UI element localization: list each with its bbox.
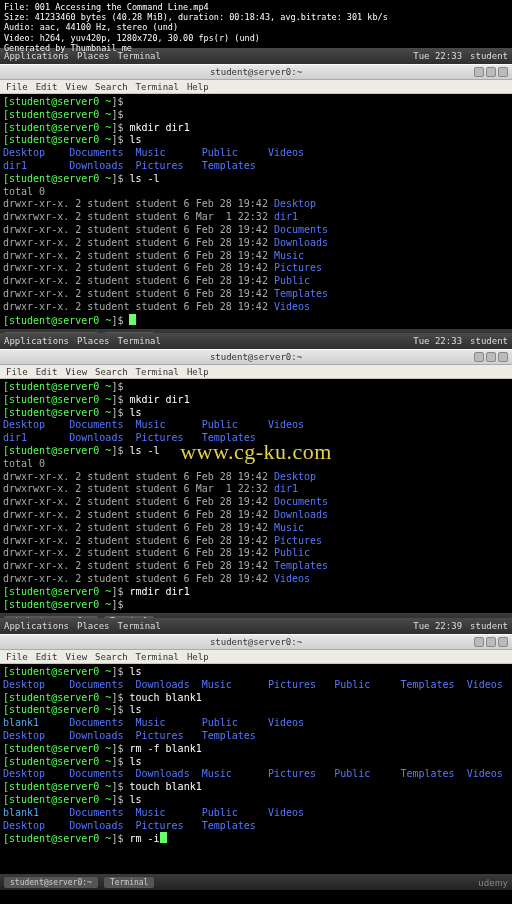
terminal-menu[interactable]: Terminal xyxy=(118,336,161,346)
close-button[interactable] xyxy=(498,67,508,77)
video-metadata: File: 001 Accessing the Command Line.mp4… xyxy=(4,2,388,53)
window-title: student@server0:~ xyxy=(210,67,302,77)
minimize-button[interactable] xyxy=(474,67,484,77)
menu-help[interactable]: Help xyxy=(187,367,209,377)
menu-edit[interactable]: Edit xyxy=(36,652,58,662)
menu-help[interactable]: Help xyxy=(187,82,209,92)
meta-size: Size: 41233460 bytes (40.28 MiB), durati… xyxy=(4,12,388,22)
menu-search[interactable]: Search xyxy=(95,367,128,377)
clock: Tue 22:33 xyxy=(413,51,462,61)
clock: Tue 22:39 xyxy=(413,621,462,631)
menu-terminal[interactable]: Terminal xyxy=(136,652,179,662)
places-menu[interactable]: Places xyxy=(77,336,110,346)
user-indicator[interactable]: student xyxy=(470,51,508,61)
menu-file[interactable]: File xyxy=(6,367,28,377)
screenshot-panel-2: Applications Places Terminal Tue 22:33 s… xyxy=(0,333,512,629)
minimize-button[interactable] xyxy=(474,352,484,362)
apps-menu[interactable]: Applications xyxy=(4,621,69,631)
meta-file: File: 001 Accessing the Command Line.mp4 xyxy=(4,2,388,12)
maximize-button[interactable] xyxy=(486,352,496,362)
terminal-menu[interactable]: Terminal xyxy=(118,621,161,631)
task-tab-terminal[interactable]: Terminal xyxy=(104,877,155,888)
terminal-menubar: File Edit View Search Terminal Help xyxy=(0,365,512,379)
task-tab[interactable]: student@server0:~ xyxy=(4,877,98,888)
menu-terminal[interactable]: Terminal xyxy=(136,82,179,92)
menu-file[interactable]: File xyxy=(6,82,28,92)
window-title: student@server0:~ xyxy=(210,352,302,362)
menu-help[interactable]: Help xyxy=(187,652,209,662)
clock: Tue 22:33 xyxy=(413,336,462,346)
terminal-output-2[interactable]: [student@server0 ~]$ [student@server0 ~]… xyxy=(0,379,512,613)
user-indicator[interactable]: student xyxy=(470,621,508,631)
apps-menu[interactable]: Applications xyxy=(4,336,69,346)
menu-file[interactable]: File xyxy=(6,652,28,662)
meta-gen: Generated by Thumbnail me xyxy=(4,43,388,53)
meta-video: Video: h264, yuv420p, 1280x720, 30.00 fp… xyxy=(4,33,388,43)
screenshot-panel-1: Applications Places Terminal Tue 22:33 s… xyxy=(0,48,512,345)
menu-search[interactable]: Search xyxy=(95,82,128,92)
menu-view[interactable]: View xyxy=(65,82,87,92)
window-title: student@server0:~ xyxy=(210,637,302,647)
close-button[interactable] xyxy=(498,352,508,362)
close-button[interactable] xyxy=(498,637,508,647)
watermark: www.cg-ku.com xyxy=(180,439,332,465)
menu-edit[interactable]: Edit xyxy=(36,367,58,377)
menu-edit[interactable]: Edit xyxy=(36,82,58,92)
terminal-output-1[interactable]: [student@server0 ~]$ [student@server0 ~]… xyxy=(0,94,512,329)
window-titlebar: student@server0:~ xyxy=(0,64,512,80)
maximize-button[interactable] xyxy=(486,67,496,77)
window-titlebar: student@server0:~ xyxy=(0,349,512,365)
gnome-top-bar: Applications Places Terminal Tue 22:39 s… xyxy=(0,618,512,634)
menu-view[interactable]: View xyxy=(65,652,87,662)
terminal-output-3[interactable]: [student@server0 ~]$ ls Desktop Document… xyxy=(0,664,512,874)
gnome-taskbar: student@server0:~ Terminal xyxy=(0,874,512,890)
screenshot-panel-3: Applications Places Terminal Tue 22:39 s… xyxy=(0,618,512,890)
terminal-menubar: File Edit View Search Terminal Help xyxy=(0,650,512,664)
menu-search[interactable]: Search xyxy=(95,652,128,662)
menu-view[interactable]: View xyxy=(65,367,87,377)
user-indicator[interactable]: student xyxy=(470,336,508,346)
gnome-top-bar: Applications Places Terminal Tue 22:33 s… xyxy=(0,333,512,349)
window-titlebar: student@server0:~ xyxy=(0,634,512,650)
menu-terminal[interactable]: Terminal xyxy=(136,367,179,377)
maximize-button[interactable] xyxy=(486,637,496,647)
udemy-brand: udemy xyxy=(478,878,508,888)
places-menu[interactable]: Places xyxy=(77,621,110,631)
minimize-button[interactable] xyxy=(474,637,484,647)
meta-audio: Audio: aac, 44100 Hz, stereo (und) xyxy=(4,22,388,32)
terminal-menubar: File Edit View Search Terminal Help xyxy=(0,80,512,94)
